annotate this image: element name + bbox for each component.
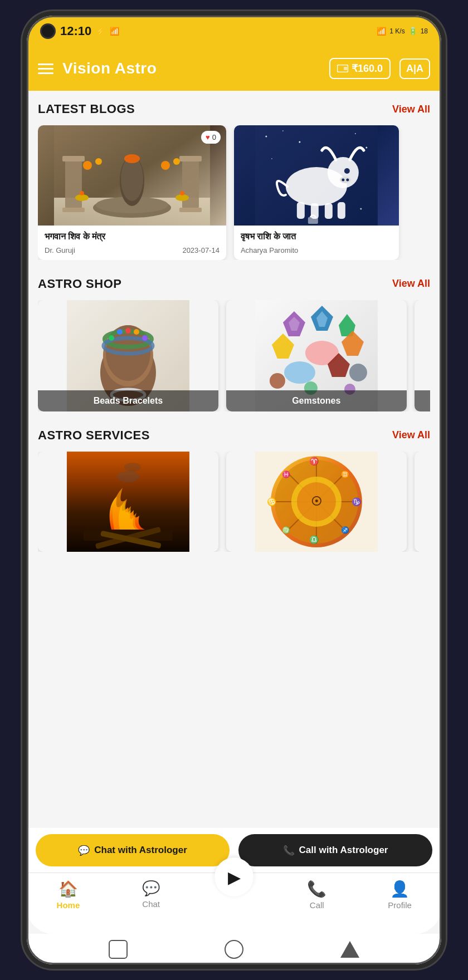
svg-point-49 <box>117 329 123 335</box>
svg-point-26 <box>299 141 300 143</box>
svg-point-50 <box>125 328 131 334</box>
nav-center-icon: ▶ <box>228 868 241 887</box>
chat-cta-label: Chat with Astrologer <box>94 845 187 856</box>
svg-rect-39 <box>325 203 333 219</box>
shop-card-gemstones[interactable]: Gemstones <box>226 300 407 411</box>
nav-center-bump[interactable]: ▶ <box>214 857 254 896</box>
shop-label-gemstones: Gemstones <box>226 390 407 411</box>
blog-meta-2: Acharya Paromito <box>241 246 392 254</box>
home-icon: 🏠 <box>58 880 78 898</box>
translate-button[interactable]: A|A <box>399 58 430 79</box>
svg-point-25 <box>282 130 284 131</box>
astro-shop-title: ASTRO SHOP <box>38 277 121 291</box>
service-card-fire[interactable] <box>38 452 218 552</box>
svg-rect-4 <box>65 159 82 209</box>
camera-icon <box>40 23 56 39</box>
wallet-badge[interactable]: ₹160.0 <box>329 58 391 79</box>
content-area[interactable]: LATEST BLOGS View All <box>27 91 441 828</box>
svg-point-18 <box>173 158 180 165</box>
status-left: 12:10 ⚡ 📶 <box>40 23 119 39</box>
blog-author-2: Acharya Paromito <box>241 246 298 254</box>
svg-rect-40 <box>338 202 345 219</box>
service-card-astro-wheel[interactable]: ♈ ♎ ♋ ♑ ♓ ♊ ♍ ♐ ☉ <box>226 452 407 552</box>
status-icons: 📶 1 K/s 🔋 18 <box>377 27 428 36</box>
astro-wheel-img: ♈ ♎ ♋ ♑ ♓ ♊ ♍ ♐ ☉ <box>226 452 407 552</box>
phone-frame: 12:10 ⚡ 📶 📶 1 K/s 🔋 18 Vision Astro <box>22 11 446 969</box>
svg-text:♈: ♈ <box>309 457 319 466</box>
astro-shop-view-all[interactable]: View All <box>392 278 430 290</box>
wallet-amount: ₹160.0 <box>352 62 383 75</box>
astro-services-view-all[interactable]: View All <box>392 429 430 441</box>
svg-point-52 <box>142 335 148 341</box>
blog-date-1: 2023-07-14 <box>182 246 220 254</box>
svg-text:♊: ♊ <box>341 470 349 478</box>
svg-text:♐: ♐ <box>341 526 349 534</box>
screen: 12:10 ⚡ 📶 📶 1 K/s 🔋 18 Vision Astro <box>27 16 441 964</box>
nav-label-profile: Profile <box>388 900 412 910</box>
svg-point-35 <box>342 179 344 182</box>
svg-point-36 <box>346 179 349 182</box>
svg-rect-8 <box>179 156 202 161</box>
svg-text:☉: ☉ <box>311 494 322 508</box>
call-cta-icon: 📞 <box>283 845 295 856</box>
shop-label-healer: Heal <box>415 390 430 411</box>
taurus-img <box>234 125 399 226</box>
svg-rect-41 <box>308 217 318 224</box>
status-bar: 12:10 ⚡ 📶 📶 1 K/s 🔋 18 <box>27 16 441 46</box>
nav-item-chat[interactable]: 💬 Chat <box>129 880 173 909</box>
blog-info-2: वृषभ राशि के जात Acharya Paromito <box>234 226 399 260</box>
blogs-row: ♥ 0 भगवान शिव के मंत्र Dr. Guruji 2023-0… <box>38 125 430 260</box>
system-home-button[interactable] <box>225 940 243 959</box>
latest-blogs-section: LATEST BLOGS View All <box>27 91 441 266</box>
shiva-temple-img <box>38 125 226 226</box>
system-back-button[interactable] <box>109 940 128 959</box>
service-card-partial[interactable] <box>415 452 430 552</box>
svg-text:♎: ♎ <box>309 535 319 545</box>
svg-text:♑: ♑ <box>352 497 362 507</box>
hamburger-menu[interactable] <box>38 63 53 74</box>
status-time: 12:10 <box>60 24 91 38</box>
blog-card-2[interactable]: वृषभ राशि के जात Acharya Paromito <box>234 125 399 260</box>
nav-item-call[interactable]: 📞 Call <box>295 880 339 910</box>
svg-point-51 <box>134 329 139 335</box>
network-speed: 1 K/s <box>389 27 404 35</box>
shop-row: Beads Bracelets <box>38 300 430 411</box>
svg-point-66 <box>349 364 367 381</box>
astro-shop-section: ASTRO SHOP View All <box>27 266 441 417</box>
astro-services-header: ASTRO SERVICES View All <box>38 428 430 443</box>
svg-point-33 <box>344 168 350 174</box>
chat-cta-icon: 💬 <box>78 845 90 856</box>
chat-with-astrologer-button[interactable]: 💬 Chat with Astrologer <box>36 834 230 866</box>
svg-point-22 <box>180 191 184 195</box>
svg-point-14 <box>124 154 140 163</box>
svg-rect-5 <box>62 156 85 161</box>
astro-services-section: ASTRO SERVICES View All <box>27 417 441 557</box>
svg-rect-37 <box>297 202 305 219</box>
battery-icon: 🔋 <box>408 27 417 35</box>
latest-blogs-view-all[interactable]: View All <box>392 104 430 115</box>
shop-card-bracelets[interactable]: Beads Bracelets <box>38 300 218 411</box>
svg-point-16 <box>95 158 102 165</box>
nav-item-home[interactable]: 🏠 Home <box>46 880 90 910</box>
system-recents-button[interactable] <box>340 941 359 958</box>
svg-rect-1 <box>344 67 347 70</box>
app-header: Vision Astro ₹160.0 A|A <box>27 46 441 91</box>
latest-blogs-title: LATEST BLOGS <box>38 102 135 116</box>
svg-point-15 <box>83 161 92 170</box>
call-with-astrologer-button[interactable]: 📞 Call with Astrologer <box>238 834 432 866</box>
blog-img-1: ♥ 0 <box>38 125 226 226</box>
battery-level: 18 <box>421 27 428 35</box>
svg-rect-9 <box>179 208 202 212</box>
blog-card-1[interactable]: ♥ 0 भगवान शिव के मंत्र Dr. Guruji 2023-0… <box>38 125 226 260</box>
shop-card-healer[interactable]: Heal <box>415 300 430 411</box>
blog-like-badge-1[interactable]: ♥ 0 <box>201 131 221 144</box>
blog-title-2: वृषभ राशि के जात <box>241 231 392 243</box>
nav-item-profile[interactable]: 👤 Profile <box>378 880 422 910</box>
blog-img-2 <box>234 125 399 226</box>
nav-label-home: Home <box>57 900 80 910</box>
signal-icon: 📶 <box>110 27 119 36</box>
svg-point-27 <box>355 133 356 134</box>
svg-rect-7 <box>182 159 199 209</box>
svg-point-32 <box>328 157 359 188</box>
wallet-icon <box>337 65 348 72</box>
